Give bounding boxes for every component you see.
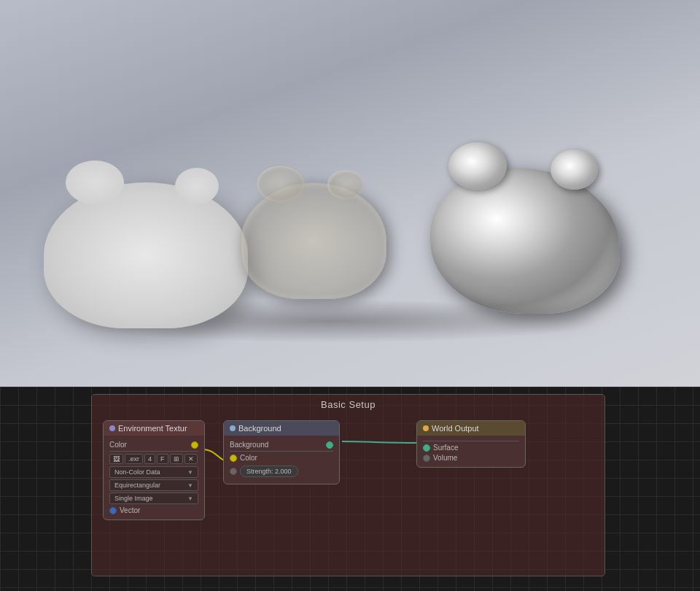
turtle-chrome (430, 168, 620, 314)
surface-row: Surface (423, 444, 519, 452)
env-node-body: Color 🖼 .exr 4 F ⊞ ✕ Non-Color Data ▼ (104, 436, 204, 519)
volume-row: Volume (423, 454, 519, 462)
bg-output-label: Background (230, 441, 326, 449)
turtle-white (44, 182, 248, 328)
node-editor: Basic Setup Environment Textur Color (0, 387, 700, 591)
volume-socket[interactable] (423, 455, 430, 462)
background-node: Background Background Color S (223, 420, 340, 484)
color-label: Color (109, 441, 191, 449)
single-image-label: Single Image (114, 495, 153, 502)
vector-label: Vector (120, 506, 198, 514)
non-color-arrow: ▼ (187, 469, 193, 476)
bg-color-label: Color (240, 454, 333, 462)
turtle-glass (241, 182, 386, 299)
bg-header-dot (230, 425, 236, 431)
env-texture-node: Environment Textur Color 🖼 .exr 4 F ⊞ ✕ (103, 420, 205, 520)
world-node-title: World Output (432, 424, 479, 433)
env-header-dot (109, 425, 115, 431)
world-node-header: World Output (417, 421, 525, 436)
vector-row: Vector (109, 506, 198, 514)
bg-node-body: Background Color Strength: 2.000 (224, 436, 339, 484)
strength-row: Strength: 2.000 (230, 464, 333, 479)
strength-label: Strength: 2.000 (246, 468, 292, 475)
strength-slider[interactable]: Strength: 2.000 (240, 466, 298, 477)
surface-socket[interactable] (423, 444, 430, 452)
strength-socket[interactable] (230, 468, 237, 475)
node-frame: Basic Setup Environment Textur Color (91, 394, 605, 576)
color-row: Color (109, 441, 198, 449)
bg-node-title: Background (238, 424, 281, 433)
exr-btn[interactable]: .exr (125, 454, 143, 464)
env-node-header: Environment Textur (104, 421, 204, 436)
vector-socket[interactable] (109, 507, 117, 514)
f-btn[interactable]: F (157, 454, 168, 464)
grid-btn[interactable]: ⊞ (170, 454, 183, 464)
frame-title: Basic Setup (92, 395, 604, 414)
world-output-node: World Output Surface Volume (416, 420, 526, 468)
non-color-select[interactable]: Non-Color Data ▼ (109, 466, 198, 478)
render-viewport (0, 0, 700, 387)
equirect-select[interactable]: Equirectangular ▼ (109, 479, 198, 491)
non-color-label: Non-Color Data (114, 468, 160, 476)
equirect-label: Equirectangular (114, 482, 160, 489)
single-image-arrow: ▼ (187, 495, 193, 502)
bg-output-row: Background (230, 441, 333, 449)
file-btn[interactable]: 🖼 (109, 454, 123, 464)
volume-label: Volume (433, 454, 519, 462)
env-toolbar: 🖼 .exr 4 F ⊞ ✕ (109, 454, 198, 464)
bg-node-header: Background (224, 421, 339, 436)
equirect-arrow: ▼ (187, 482, 193, 489)
bg-color-row: Color (230, 454, 333, 462)
world-node-body: Surface Volume (417, 436, 525, 467)
num-btn[interactable]: 4 (144, 454, 155, 464)
surface-label: Surface (433, 444, 519, 452)
bg-color-socket[interactable] (230, 455, 237, 462)
x-btn[interactable]: ✕ (184, 454, 198, 464)
env-node-title: Environment Textur (118, 424, 187, 433)
single-image-select[interactable]: Single Image ▼ (109, 492, 198, 504)
world-header-dot (423, 425, 429, 431)
bg-output-socket[interactable] (326, 441, 333, 449)
color-output-socket[interactable] (191, 441, 198, 449)
